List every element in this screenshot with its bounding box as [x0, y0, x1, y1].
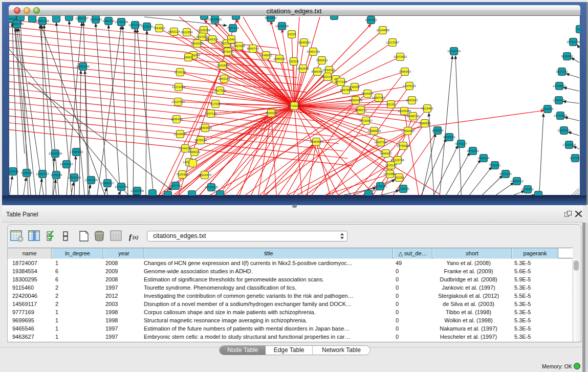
- svg-text:2087682: 2087682: [365, 18, 377, 21]
- svg-text:10025488: 10025488: [398, 110, 411, 113]
- svg-text:10671355: 10671355: [128, 24, 142, 27]
- svg-text:20891406: 20891406: [36, 19, 50, 23]
- svg-text:10973493: 10973493: [394, 55, 407, 58]
- svg-text:7632621: 7632621: [489, 164, 501, 167]
- svg-text:19384554: 19384554: [310, 140, 323, 143]
- svg-text:12923468: 12923468: [130, 189, 144, 192]
- svg-text:(x): (x): [133, 234, 138, 240]
- svg-text:16154808: 16154808: [376, 29, 390, 32]
- svg-text:8938923: 8938923: [444, 136, 456, 139]
- svg-text:10719155: 10719155: [115, 20, 128, 24]
- svg-text:1685495: 1685495: [171, 118, 183, 121]
- svg-text:16543382: 16543382: [190, 42, 204, 45]
- svg-text:17654923: 17654923: [401, 129, 415, 133]
- svg-text:18724007: 18724007: [288, 104, 301, 107]
- svg-text:10046756: 10046756: [179, 147, 192, 150]
- svg-text:62160: 62160: [387, 103, 396, 106]
- svg-text:1640954: 1640954: [432, 129, 444, 132]
- svg-text:12213987: 12213987: [386, 41, 399, 44]
- svg-text:1145194: 1145194: [51, 173, 62, 177]
- svg-text:1244415: 1244415: [553, 99, 565, 102]
- svg-text:16033809: 16033809: [208, 18, 222, 21]
- svg-text:9777169: 9777169: [335, 80, 347, 83]
- svg-text:1546: 1546: [228, 38, 235, 41]
- svg-text:1615112: 1615112: [385, 164, 397, 167]
- svg-text:8878332: 8878332: [195, 139, 207, 142]
- svg-text:16648784: 16648784: [447, 50, 461, 53]
- svg-text:6497568: 6497568: [340, 89, 353, 92]
- svg-text:8215955: 8215955: [542, 107, 554, 111]
- svg-text:16782759: 16782759: [115, 185, 128, 188]
- svg-text:17016504: 17016504: [562, 143, 576, 146]
- svg-text:9463627: 9463627: [406, 99, 418, 102]
- svg-text:2935114: 2935114: [478, 157, 490, 160]
- svg-text:817004: 817004: [210, 102, 221, 105]
- svg-text:9660124: 9660124: [168, 30, 181, 33]
- svg-text:17957225: 17957225: [84, 179, 98, 182]
- svg-text:8813054: 8813054: [265, 16, 277, 19]
- svg-text:1167531: 1167531: [570, 157, 580, 160]
- svg-text:9498222: 9498222: [189, 150, 201, 154]
- svg-text:12975115: 12975115: [403, 84, 416, 87]
- svg-text:8454749: 8454749: [247, 47, 259, 50]
- svg-text:13325: 13325: [288, 33, 296, 36]
- svg-text:12505135: 12505135: [68, 176, 81, 179]
- svg-text:1733426: 1733426: [398, 187, 410, 190]
- svg-text:6479197: 6479197: [455, 142, 467, 145]
- svg-text:7386372: 7386372: [355, 108, 367, 112]
- svg-text:15720407: 15720407: [359, 119, 373, 122]
- svg-text:16495794: 16495794: [406, 115, 420, 118]
- svg-text:15751074: 15751074: [567, 40, 580, 43]
- svg-text:2803144: 2803144: [219, 77, 231, 80]
- svg-text:12353594: 12353594: [199, 126, 212, 129]
- svg-text:9245652: 9245652: [522, 188, 534, 191]
- svg-text:3242868: 3242868: [217, 64, 229, 67]
- svg-text:9115460: 9115460: [422, 107, 433, 110]
- svg-text:12093821: 12093821: [553, 84, 566, 87]
- svg-text:252254: 252254: [394, 176, 404, 179]
- svg-text:14136141: 14136141: [374, 185, 387, 188]
- svg-text:12213369: 12213369: [172, 85, 185, 89]
- svg-text:8427552: 8427552: [214, 89, 226, 92]
- svg-text:7625402: 7625402: [177, 173, 188, 176]
- svg-text:10107554: 10107554: [171, 100, 185, 103]
- svg-text:13524851: 13524851: [383, 172, 397, 176]
- svg-text:2718126: 2718126: [175, 71, 187, 74]
- svg-text:1112: 1112: [577, 28, 580, 31]
- svg-text:2867608: 2867608: [233, 45, 246, 48]
- svg-text:19756928: 19756928: [397, 144, 410, 147]
- svg-text:9899695: 9899695: [419, 122, 431, 125]
- svg-text:6466160: 6466160: [103, 19, 115, 23]
- svg-text:10688609: 10688609: [367, 129, 381, 133]
- svg-text:7663822: 7663822: [154, 27, 165, 30]
- svg-text:7515526: 7515526: [141, 25, 154, 28]
- svg-text:7357224: 7357224: [227, 27, 239, 30]
- svg-text:98961: 98961: [184, 56, 192, 59]
- svg-text:9474444: 9474444: [467, 149, 480, 152]
- svg-text:12226058: 12226058: [197, 29, 211, 32]
- svg-text:20364436: 20364436: [349, 99, 363, 102]
- svg-text:9146821: 9146821: [260, 54, 272, 57]
- svg-text:1562615: 1562615: [297, 67, 310, 70]
- svg-text:10853267: 10853267: [75, 17, 89, 20]
- svg-text:8912954: 8912954: [181, 31, 193, 34]
- svg-text:3915411: 3915411: [9, 170, 18, 173]
- svg-text:10654112: 10654112: [510, 180, 524, 183]
- svg-text:9457791: 9457791: [170, 184, 182, 187]
- svg-text:12942737: 12942737: [36, 172, 49, 176]
- svg-text:16210643: 16210643: [554, 114, 568, 117]
- svg-text:15716485: 15716485: [205, 186, 219, 189]
- svg-text:3875645: 3875645: [222, 50, 234, 53]
- svg-text:7955812: 7955812: [316, 59, 328, 62]
- svg-text:9884067: 9884067: [380, 152, 392, 155]
- svg-text:8186328: 8186328: [207, 38, 219, 41]
- svg-text:20206528: 20206528: [49, 152, 62, 155]
- svg-text:6794028: 6794028: [323, 69, 336, 72]
- svg-text:14055713: 14055713: [10, 23, 24, 26]
- svg-text:2530021: 2530021: [266, 112, 277, 115]
- svg-text:19218906: 19218906: [275, 25, 289, 28]
- svg-text:17359919: 17359919: [70, 150, 83, 154]
- svg-text:19166827: 19166827: [173, 133, 187, 136]
- svg-text:14914479: 14914479: [198, 173, 211, 177]
- svg-text:10958107: 10958107: [101, 182, 114, 185]
